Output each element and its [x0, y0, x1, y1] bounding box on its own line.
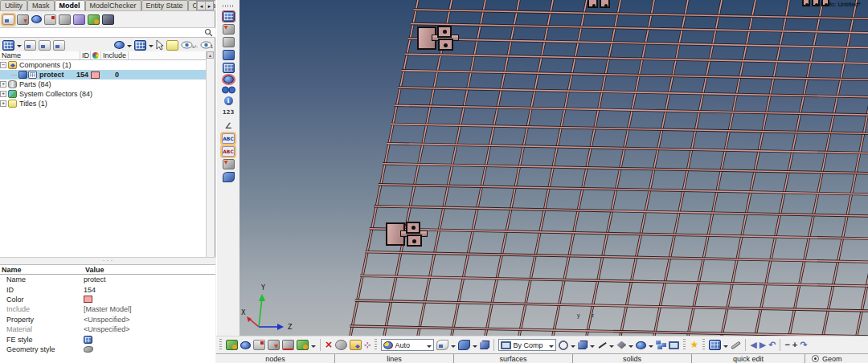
labels-abc-icon[interactable]: ABC [222, 133, 235, 144]
export-icon[interactable] [268, 340, 280, 350]
column-header-include[interactable]: Include [101, 51, 129, 59]
entity-ball-dropdown-icon[interactable] [114, 41, 125, 49]
tab-entity-state[interactable]: Entity State [141, 0, 188, 10]
element-handles-icon[interactable] [223, 159, 235, 169]
dropdown-arrow-icon[interactable] [127, 45, 132, 50]
dropdown-arrow-icon[interactable] [590, 345, 595, 350]
purple-cluster-icon[interactable] [73, 14, 85, 25]
shaded-style-icon[interactable] [458, 340, 470, 350]
color-value-swatch[interactable] [84, 296, 92, 303]
plate-dropdown-icon[interactable] [134, 40, 146, 51]
tab-model[interactable]: Model [55, 0, 85, 10]
tab-utility[interactable]: Utility [0, 0, 27, 10]
dropdown-arrow-icon[interactable] [649, 345, 653, 350]
solid-style-icon[interactable] [480, 341, 489, 349]
tab-scroll-left-icon[interactable]: ◂ [197, 2, 205, 10]
scroll-up-icon[interactable]: ▲ [207, 51, 214, 59]
building-icon[interactable] [253, 340, 265, 350]
tab-modelchecker[interactable]: ModelChecker [85, 0, 141, 10]
color-by-combo[interactable]: By Comp [498, 339, 556, 351]
expander-icon[interactable]: + [0, 100, 6, 107]
toolbar-drag-handle[interactable] [223, 5, 234, 7]
tree-row-parts[interactable]: + Parts (84) [0, 80, 206, 89]
tree-row-protect[interactable]: protect 154 0 [0, 70, 206, 80]
fe-style-icon[interactable] [84, 336, 92, 344]
clip-component[interactable] [385, 218, 433, 251]
multi-cubes-icon[interactable] [656, 341, 666, 349]
measure-icon[interactable] [297, 340, 309, 350]
monitor-icon[interactable] [669, 341, 679, 349]
eye-one-icon[interactable]: 1 [200, 41, 213, 49]
geom-radio-button[interactable] [812, 355, 819, 362]
blue-solid-icon[interactable] [31, 15, 42, 23]
wrench-icon[interactable] [731, 341, 741, 349]
geometry-shapes-icon[interactable] [226, 340, 238, 350]
hide-card-icon[interactable] [39, 40, 51, 51]
green-spheres-icon[interactable] [88, 14, 100, 25]
binoculars-icon[interactable] [222, 86, 235, 94]
building-import-icon[interactable] [44, 14, 56, 25]
view-back-icon[interactable]: ◀ [750, 340, 756, 350]
tree-row-titles[interactable]: + Titles (1) [0, 99, 206, 108]
isolate-card-icon[interactable] [53, 40, 65, 51]
clip-component[interactable] [416, 22, 465, 55]
dropdown-arrow-icon[interactable] [451, 345, 456, 350]
facet-icon[interactable] [616, 341, 626, 349]
display-mesh-lines-icon[interactable] [223, 63, 235, 73]
dropdown-arrow-icon[interactable] [473, 345, 477, 350]
dropdown-arrow-icon[interactable] [17, 45, 22, 50]
dropdown-arrow-icon[interactable] [571, 345, 575, 350]
labels-abc-red-icon[interactable]: ABC [222, 146, 235, 157]
blue-entity-icon[interactable] [636, 341, 646, 349]
column-header-name[interactable]: Name [0, 51, 80, 59]
line-style-icon[interactable] [597, 341, 607, 349]
display-shaded-elements-icon[interactable] [223, 24, 235, 35]
tree-row-system-collectors[interactable]: + System Collectors (84) [0, 89, 206, 99]
show-plate-dropdown-icon[interactable] [2, 40, 14, 51]
menu-geom[interactable]: Geom [805, 354, 868, 363]
dropdown-arrow-icon[interactable] [311, 345, 316, 350]
solid-sphere-icon[interactable] [240, 341, 251, 349]
redo-view-icon[interactable]: ↷ [800, 340, 807, 350]
column-header-id[interactable]: ID [80, 51, 91, 59]
selector-cursor-icon[interactable] [156, 40, 164, 51]
highlight-note-icon[interactable] [166, 40, 178, 51]
dark-cluster-icon[interactable] [102, 14, 114, 25]
dropdown-arrow-icon[interactable] [628, 345, 633, 350]
surface-shade-icon[interactable] [223, 172, 235, 182]
numbers-icon[interactable]: 123 [223, 108, 235, 118]
clip-component[interactable] [588, 0, 636, 31]
display-gray-elements-icon[interactable] [223, 37, 235, 47]
show-card-icon[interactable] [24, 40, 36, 51]
expander-icon[interactable]: − [0, 62, 6, 68]
display-transparent-icon[interactable] [223, 75, 234, 84]
menu-lines[interactable]: lines [335, 354, 454, 363]
menu-nodes[interactable]: nodes [216, 354, 335, 363]
dropdown-arrow-icon[interactable] [723, 345, 728, 350]
expander-icon[interactable]: + [0, 91, 6, 97]
tree-row-components[interactable]: − Components (1) [0, 60, 206, 70]
info-icon[interactable]: i [224, 96, 233, 105]
delete-icon[interactable]: × [325, 340, 333, 350]
tree-scrollbar[interactable]: ▲ ▼ [206, 51, 214, 267]
distance-icon[interactable]: ⊹ [364, 340, 371, 350]
tab-scroll-right-icon[interactable]: ▸ [205, 2, 213, 10]
dropdown-arrow-icon[interactable] [149, 45, 154, 50]
tree-column-headers[interactable]: Name ID Include [0, 51, 206, 60]
geometry-style-icon[interactable] [84, 346, 93, 353]
zoom-out-icon[interactable]: − [784, 340, 789, 350]
graphics-viewport[interactable]: X Y Z y z fo: Untitled* [240, 0, 868, 336]
favorites-star-icon[interactable]: ★ [690, 340, 698, 350]
angle-measure-icon[interactable]: ∠ [225, 120, 232, 131]
wireframe-sphere-icon[interactable] [559, 341, 568, 350]
tab-scroll-control[interactable]: ◂ ▸ [196, 1, 214, 10]
organize-icon[interactable] [335, 340, 347, 350]
menu-solids[interactable]: solids [573, 354, 692, 363]
dropdown-arrow-icon[interactable] [609, 345, 614, 350]
search-input[interactable] [0, 28, 204, 37]
menu-surfaces[interactable]: surfaces [454, 354, 573, 363]
toolbar-drag-handle[interactable] [219, 339, 222, 351]
display-shaded-plate-icon[interactable] [223, 50, 235, 60]
card-view-icon[interactable] [2, 14, 14, 25]
find-icon[interactable] [350, 340, 362, 350]
